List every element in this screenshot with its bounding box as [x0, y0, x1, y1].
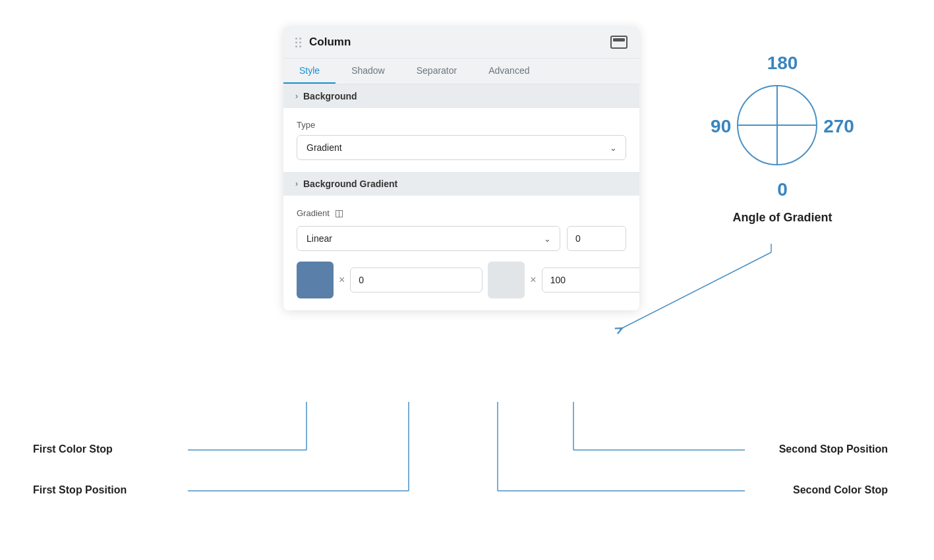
- type-select[interactable]: Gradient Solid Image: [297, 135, 626, 160]
- compass-diagram: 180 90 270 0 Angle of Gradient: [716, 53, 848, 225]
- drag-handle: [295, 38, 301, 47]
- first-stop-input[interactable]: [350, 267, 482, 293]
- gradient-type-select[interactable]: Linear Radial: [297, 226, 560, 251]
- type-select-wrapper: Gradient Solid Image ⌄: [297, 135, 626, 160]
- compass-svg: [731, 79, 823, 174]
- panel-header: Column: [283, 26, 639, 59]
- tabs-bar: Style Shadow Separator Advanced: [283, 59, 639, 84]
- panel: Column Style Shadow Separator Advanced ›…: [283, 26, 639, 310]
- tab-shadow[interactable]: Shadow: [336, 59, 401, 84]
- compass-left-label: 90: [711, 116, 731, 137]
- gradient-chevron: ›: [295, 179, 298, 188]
- background-section-label: Background: [303, 91, 357, 101]
- type-label: Type: [297, 120, 626, 130]
- first-color-stop-label: First Color Stop: [33, 443, 113, 455]
- panel-title: Column: [309, 36, 351, 49]
- background-section-body: Type Gradient Solid Image ⌄: [283, 108, 639, 172]
- compass-bottom-label: 0: [716, 179, 848, 200]
- compass-top-label: 180: [716, 53, 848, 74]
- tab-separator[interactable]: Separator: [401, 59, 473, 84]
- compass-right-label: 270: [823, 116, 854, 137]
- svg-line-3: [620, 252, 771, 329]
- background-section-header[interactable]: › Background: [283, 84, 639, 108]
- compass-circle-area: 90 270: [716, 79, 848, 174]
- gradient-label: Gradient: [297, 208, 330, 218]
- gradient-section-label: Background Gradient: [303, 179, 397, 189]
- first-color-swatch[interactable]: [297, 262, 334, 298]
- gradient-section-header[interactable]: › Background Gradient: [283, 172, 639, 196]
- angle-input[interactable]: [567, 226, 626, 251]
- first-stop-position-label: First Stop Position: [33, 484, 127, 496]
- monitor-icon: ◫: [335, 208, 343, 218]
- second-stop-position-label: Second Stop Position: [779, 443, 888, 455]
- tab-advanced[interactable]: Advanced: [473, 59, 545, 84]
- second-color-stop-label: Second Color Stop: [793, 484, 888, 496]
- tab-style[interactable]: Style: [283, 59, 336, 84]
- minimize-button[interactable]: [610, 36, 628, 49]
- second-stop-input[interactable]: [542, 267, 639, 293]
- angle-of-gradient-label: Angle of Gradient: [716, 211, 848, 225]
- panel-header-left: Column: [295, 36, 351, 49]
- gradient-row: Linear Radial ⌄: [297, 226, 626, 251]
- background-chevron: ›: [295, 92, 298, 101]
- gradient-section-body: Gradient ◫ Linear Radial ⌄ × ×: [283, 196, 639, 310]
- color-stops-row: × ×: [297, 262, 626, 298]
- gradient-type-select-wrapper: Linear Radial ⌄: [297, 226, 560, 251]
- first-color-close[interactable]: ×: [339, 272, 345, 288]
- second-color-swatch[interactable]: [488, 262, 525, 298]
- gradient-label-row: Gradient ◫: [297, 208, 626, 218]
- second-color-close[interactable]: ×: [530, 272, 536, 288]
